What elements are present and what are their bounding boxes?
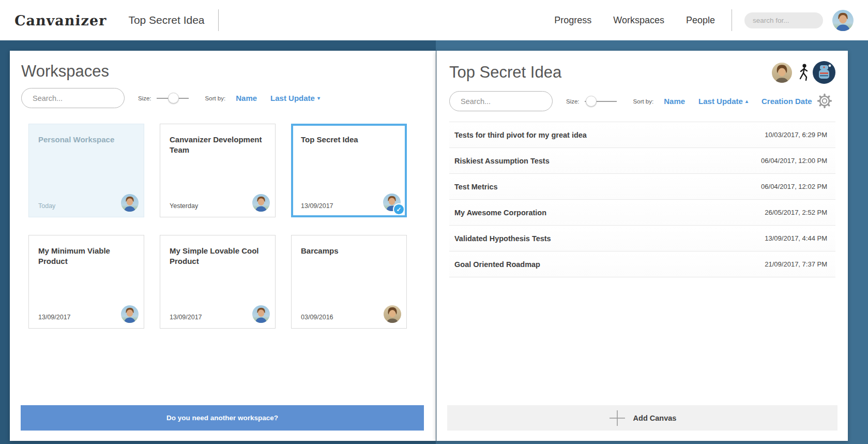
global-search-input[interactable]: [744, 12, 823, 28]
detail-heading-row: Top Secret Idea: [449, 61, 835, 84]
canvanizer-logo[interactable]: Canvanizer: [14, 12, 107, 28]
workspace-detail-panel: Top Secret Idea Size:: [436, 51, 848, 441]
workspace-card-date: Today: [38, 202, 55, 210]
sort-ascending-icon: ▴: [745, 99, 748, 104]
sort-by-label: Sort by:: [205, 95, 226, 101]
canvas-search-field[interactable]: [449, 91, 553, 111]
canvas-list-item[interactable]: Test Metrics 06/04/2017, 12:02 PM: [449, 174, 835, 200]
canvas-list: Tests for third pivot for my great idea …: [449, 122, 835, 277]
size-control: Size:: [138, 93, 189, 103]
canvas-last-update: 06/04/2017, 12:02 PM: [761, 183, 827, 190]
workspaces-controls: Size: Sort by: Name Last Update ▾: [21, 88, 423, 108]
sort-by-last-update-link[interactable]: Last Update ▴: [698, 97, 748, 106]
workspace-card-date: 13/09/2017: [38, 314, 71, 321]
workspace-card-title: Personal Workspace: [38, 135, 134, 145]
sort-descending-icon: ▾: [317, 96, 320, 101]
canvas-last-update: 10/03/2017, 6:29 PM: [765, 131, 827, 139]
add-canvas-label: Add Canvas: [633, 414, 677, 422]
workspace-card-grid: Personal Workspace Today Canvanizer Deve…: [28, 124, 423, 329]
workspaces-panel-title: Workspaces: [21, 62, 423, 81]
canvas-search-input[interactable]: [461, 97, 557, 106]
user-photo-avatar: [252, 305, 270, 323]
workspace-card-title: Top Secret Idea: [301, 135, 397, 145]
sort-by-name-link[interactable]: Name: [236, 94, 257, 102]
canvas-title: Riskiest Assumption Tests: [454, 157, 761, 165]
size-slider-thumb[interactable]: [586, 96, 597, 107]
canvas-list-item[interactable]: Riskiest Assumption Tests 06/04/2017, 12…: [449, 148, 835, 174]
workspace-card[interactable]: Canvanizer Development Team Yesterday: [160, 124, 276, 217]
add-workspace-button[interactable]: Do you need another workspace?: [21, 405, 424, 431]
second-user-photo-avatar[interactable]: [772, 63, 792, 83]
user-photo-avatar: [121, 194, 139, 212]
top-navigation: Progress Workspaces People: [554, 15, 715, 26]
nav-people[interactable]: People: [686, 15, 715, 26]
nav-workspaces[interactable]: Workspaces: [613, 15, 664, 26]
size-slider[interactable]: [157, 93, 189, 103]
workspace-members: [772, 61, 835, 84]
workspaces-search-input[interactable]: [33, 94, 129, 102]
size-slider-thumb[interactable]: [168, 93, 179, 103]
canvas-last-update: 21/09/2017, 7:37 PM: [765, 260, 827, 268]
nav-progress[interactable]: Progress: [554, 15, 591, 26]
workspace-card[interactable]: My Minimum Viable Product 13/09/2017: [28, 235, 144, 329]
second-user-photo-avatar: [384, 305, 401, 323]
workspaces-panel: Workspaces Size: Sort by: Name Last Up: [10, 51, 436, 441]
workspace-card-title: My Minimum Viable Product: [38, 246, 134, 267]
canvas-title: Goal Oriented Roadmap: [454, 260, 765, 269]
topbar: Canvanizer Top Secret Idea Progress Work…: [0, 0, 868, 40]
canvas-last-update: 13/09/2017, 4:44 PM: [765, 234, 827, 242]
workspace-card-personal[interactable]: Personal Workspace Today: [28, 124, 144, 217]
canvas-list-item[interactable]: Tests for third pivot for my great idea …: [449, 122, 835, 148]
plus-icon: [608, 409, 626, 427]
gear-icon: [816, 92, 833, 110]
sort-by-label: Sort by:: [633, 98, 654, 105]
canvas-title: Tests for third pivot for my great idea: [454, 131, 765, 139]
workspace-card-title: My Simple Lovable Cool Product: [170, 246, 266, 267]
workspace-card-date: 13/09/2017: [301, 202, 333, 210]
add-canvas-button[interactable]: Add Canvas: [447, 405, 837, 431]
user-photo-avatar: [252, 194, 270, 212]
user-photo-avatar[interactable]: [832, 10, 854, 31]
canvas-title: Test Metrics: [454, 183, 761, 191]
sort-by-last-update-link[interactable]: Last Update ▾: [270, 94, 320, 102]
size-slider[interactable]: [585, 96, 617, 107]
canvas-title: My Awesome Corporation: [454, 209, 765, 217]
walking-figure-avatar[interactable]: [796, 63, 812, 83]
divider: [732, 9, 732, 31]
size-label: Size:: [566, 98, 580, 105]
workspace-card-title: Barcamps: [301, 246, 397, 256]
workspace-card[interactable]: Barcamps 03/09/2016: [291, 235, 407, 329]
canvas-list-item[interactable]: Goal Oriented Roadmap 21/09/2017, 7:37 P…: [449, 251, 835, 277]
workspace-card-date: Yesterday: [170, 202, 198, 210]
workspace-card-date: 13/09/2017: [170, 314, 202, 321]
canvas-list-item[interactable]: My Awesome Corporation 26/05/2017, 2:52 …: [449, 200, 835, 226]
workspace-card-date: 03/09/2016: [301, 314, 333, 321]
workspaces-search-field[interactable]: [21, 88, 125, 108]
sort-by-name-link[interactable]: Name: [664, 97, 685, 106]
user-photo-avatar: [121, 305, 139, 323]
robot-avatar[interactable]: [813, 61, 835, 84]
workspace-card[interactable]: My Simple Lovable Cool Product 13/09/201…: [160, 235, 276, 329]
size-control: Size:: [566, 96, 617, 107]
sort-control: Sort by: Name Last Update ▴ Creation Dat…: [633, 97, 812, 106]
size-label: Size:: [138, 95, 151, 101]
workspace-card-selected[interactable]: Top Secret Idea 13/09/2017 ✓: [291, 124, 407, 217]
selected-check-icon: ✓: [393, 203, 405, 215]
workspace-card-title: Canvanizer Development Team: [170, 135, 266, 156]
current-workspace-title: Top Secret Idea: [128, 14, 204, 26]
sort-control: Sort by: Name Last Update ▾: [205, 94, 320, 102]
workspace-detail-title: Top Secret Idea: [449, 63, 772, 82]
detail-controls: Size: Sort by: Name Last Update ▴ Creati…: [449, 91, 835, 111]
settings-button[interactable]: [816, 92, 833, 110]
sort-by-creation-date-link[interactable]: Creation Date: [762, 97, 812, 106]
canvas-list-item[interactable]: Validated Hypothesis Tests 13/09/2017, 4…: [449, 226, 835, 251]
canvas-last-update: 26/05/2017, 2:52 PM: [765, 209, 827, 216]
divider: [218, 9, 219, 31]
canvas-last-update: 06/04/2017, 12:00 PM: [761, 157, 827, 165]
canvas-title: Validated Hypothesis Tests: [454, 234, 765, 243]
